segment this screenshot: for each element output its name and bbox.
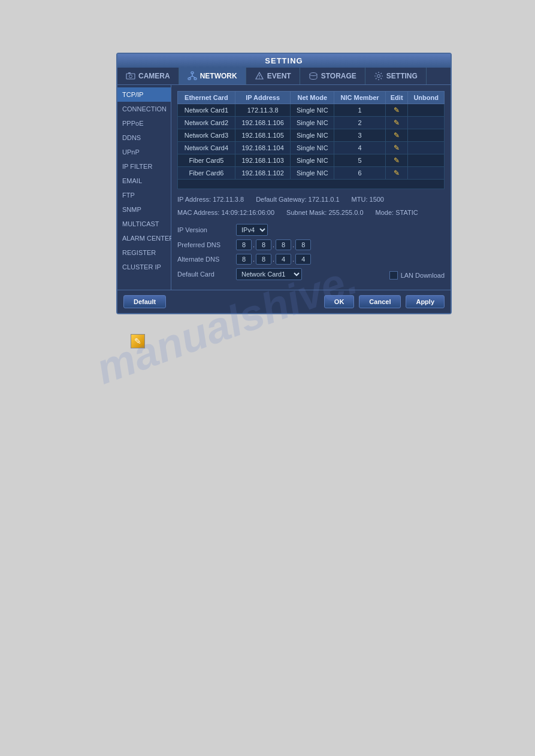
svg-rect-5 [194, 78, 197, 80]
card-edit[interactable]: ✎ [385, 104, 408, 117]
tab-network[interactable]: NETWORK [179, 68, 246, 84]
sidebar-item-upnp[interactable]: UPnP [117, 145, 171, 159]
card-member: 1 [334, 104, 386, 117]
alternate-dns-octet-4[interactable] [295, 254, 311, 265]
mac-label: MAC Address: [177, 209, 219, 216]
sidebar-item-pppoe[interactable]: PPPoE [117, 116, 171, 130]
svg-rect-4 [188, 78, 191, 80]
sidebar-item-snmp[interactable]: SNMP [117, 202, 171, 217]
btn-group-right: OK Cancel Apply [324, 295, 445, 308]
table-row: Network Card2 192.168.1.106 Single NIC 2… [178, 117, 445, 129]
dns-dot-5: . [273, 256, 274, 263]
table-row-empty [178, 180, 445, 189]
alternate-dns-octet-2[interactable] [256, 254, 271, 265]
top-nav: CAMERA NETWORK [117, 68, 451, 85]
preferred-dns-row: Preferred DNS . . . [177, 239, 445, 250]
default-card-row: Default Card Network Card1 Network Card2… [177, 268, 445, 280]
sidebar-item-ipfilter-label: IP FILTER [122, 163, 152, 170]
sidebar-item-connection[interactable]: CONNECTION [117, 102, 171, 116]
card-edit[interactable]: ✎ [385, 142, 408, 154]
card-edit[interactable]: ✎ [385, 154, 408, 167]
edit-pencil-icon[interactable]: ✎ [394, 144, 400, 152]
edit-pencil-icon[interactable]: ✎ [394, 156, 400, 165]
button-row: Default OK Cancel Apply [117, 290, 451, 313]
alternate-dns-octet-3[interactable] [276, 254, 291, 265]
tab-camera[interactable]: CAMERA [117, 68, 179, 84]
card-unbond [408, 142, 445, 154]
edit-pencil-icon[interactable]: ✎ [394, 119, 400, 127]
svg-line-8 [192, 76, 195, 78]
sidebar-item-alarmcenter[interactable]: ALARM CENTER [117, 231, 171, 245]
col-nic-member: NIC Member [334, 92, 386, 104]
edit-pencil-icon[interactable]: ✎ [394, 131, 400, 139]
ip-version-select[interactable]: IPv4 IPv6 [236, 224, 268, 236]
mtu-label: MTU: [352, 196, 368, 203]
mode-value: STATIC [395, 209, 418, 216]
network-table: Ethernet Card IP Address Net Mode NIC Me… [177, 91, 445, 189]
apply-button[interactable]: Apply [406, 295, 445, 308]
sidebar-item-ftp-label: FTP [122, 192, 135, 199]
col-net-mode: Net Mode [291, 92, 334, 104]
title-label: SETTING [265, 56, 303, 65]
svg-rect-2 [128, 72, 131, 74]
col-ethernet-card: Ethernet Card [178, 92, 235, 104]
info-section: IP Address: 172.11.3.8 Default Gateway: … [177, 194, 445, 219]
dns-dot-4: . [253, 256, 255, 263]
edit-pencil-icon[interactable]: ✎ [394, 106, 400, 114]
tab-setting[interactable]: SETTING [365, 68, 427, 84]
network-icon [188, 71, 197, 81]
card-mode: Single NIC [291, 142, 334, 154]
preferred-dns-octet-2[interactable] [256, 239, 271, 250]
col-edit: Edit [385, 92, 408, 104]
cancel-button[interactable]: Cancel [359, 295, 401, 308]
sidebar-item-clusterip-label: CLUSTER IP [122, 263, 161, 271]
tab-storage[interactable]: STORAGE [300, 68, 365, 84]
card-member: 3 [334, 129, 386, 142]
subnet-text: Subnet Mask: 255.255.0.0 [286, 207, 363, 219]
mode-text: Mode: STATIC [376, 207, 418, 219]
card-member: 2 [334, 117, 386, 129]
preferred-dns-label: Preferred DNS [177, 241, 231, 248]
edit-pencil-icon[interactable]: ✎ [394, 169, 400, 177]
lan-download-checkbox[interactable] [389, 271, 398, 280]
card-name: Fiber Card6 [178, 167, 235, 180]
sidebar-item-connection-label: CONNECTION [122, 105, 167, 113]
card-edit[interactable]: ✎ [385, 167, 408, 180]
sidebar-item-register[interactable]: REGISTER [117, 245, 171, 260]
subnet-value: 255.255.0.0 [328, 209, 363, 216]
sidebar-item-email[interactable]: EMAIL [117, 174, 171, 188]
sidebar-item-ipfilter[interactable]: IP FILTER [117, 159, 171, 174]
lan-download-label: LAN Download [401, 272, 445, 279]
sidebar-item-clusterip[interactable]: CLUSTER IP [117, 260, 171, 274]
tab-event[interactable]: EVENT [246, 68, 300, 84]
preferred-dns-octet-3[interactable] [276, 239, 291, 250]
card-mode: Single NIC [291, 167, 334, 180]
default-card-select[interactable]: Network Card1 Network Card2 Network Card… [236, 268, 302, 280]
sidebar-item-tcpip[interactable]: TCP/IP [117, 87, 171, 102]
gateway-text: Default Gateway: 172.11.0.1 [256, 194, 339, 206]
table-row: Fiber Card5 192.168.1.103 Single NIC 5 ✎ [178, 154, 445, 167]
card-unbond [408, 129, 445, 142]
event-icon [255, 71, 264, 81]
content-area: TCP/IP CONNECTION PPPoE DDNS UPnP IP FIL… [117, 85, 451, 290]
alternate-dns-label: Alternate DNS [177, 256, 231, 263]
card-unbond [408, 167, 445, 180]
alternate-dns-row: Alternate DNS . . . [177, 254, 445, 265]
card-edit[interactable]: ✎ [385, 117, 408, 129]
sidebar-item-multicast[interactable]: MULTICAST [117, 217, 171, 231]
card-edit[interactable]: ✎ [385, 129, 408, 142]
card-mode: Single NIC [291, 129, 334, 142]
camera-icon [126, 71, 135, 81]
sidebar-item-ddns[interactable]: DDNS [117, 130, 171, 145]
alternate-dns-octet-1[interactable] [236, 254, 252, 265]
preferred-dns-octet-4[interactable] [295, 239, 311, 250]
storage-icon [309, 71, 318, 81]
default-button[interactable]: Default [123, 295, 166, 308]
ok-button[interactable]: OK [324, 295, 355, 308]
svg-point-12 [310, 73, 317, 76]
subnet-label: Subnet Mask: [286, 209, 327, 216]
preferred-dns-group: . . . [236, 239, 311, 250]
card-name: Fiber Card5 [178, 154, 235, 167]
preferred-dns-octet-1[interactable] [236, 239, 252, 250]
sidebar-item-ftp[interactable]: FTP [117, 188, 171, 202]
